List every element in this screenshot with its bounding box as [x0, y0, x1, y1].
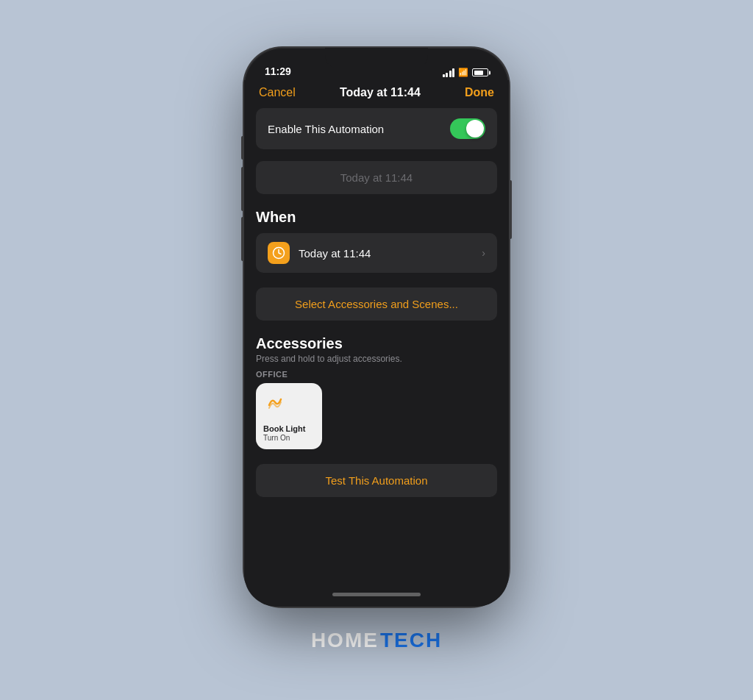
phone-shell: 11:29 📶 Cancel Today at 11:44 Done	[244, 48, 509, 607]
signal-icon	[443, 68, 455, 77]
chevron-right-icon: ›	[482, 247, 485, 259]
done-button[interactable]: Done	[465, 86, 494, 99]
status-icons: 📶	[443, 68, 489, 77]
accessories-title: Accessories	[256, 335, 497, 352]
home-indicator	[244, 582, 509, 607]
accessory-name: Book Light	[263, 424, 305, 434]
home-bar	[332, 593, 421, 596]
wifi-icon: 📶	[458, 68, 468, 77]
when-left: Today at 11:44	[268, 242, 371, 264]
accessory-state: Turn On	[263, 434, 305, 442]
enable-automation-row: Enable This Automation	[256, 108, 497, 149]
notch	[325, 48, 428, 68]
cancel-button[interactable]: Cancel	[259, 86, 296, 99]
test-automation-label: Test This Automation	[326, 474, 428, 487]
when-header: When	[256, 209, 497, 226]
volume-up-button[interactable]	[241, 167, 244, 211]
power-button[interactable]	[509, 180, 512, 239]
brand-home: HOME	[311, 629, 379, 652]
brand-tech: TECH	[380, 629, 442, 652]
when-time-text: Today at 11:44	[299, 247, 371, 260]
accessories-subtitle: Press and hold to adjust accessories.	[256, 354, 497, 364]
brand: HOME TECH	[311, 629, 442, 652]
select-accessories-label: Select Accessories and Scenes...	[295, 298, 458, 310]
accessory-card-book-light[interactable]: Book Light Turn On	[256, 383, 322, 449]
book-light-icon	[263, 390, 287, 414]
date-display-text: Today at 11:44	[340, 171, 413, 184]
battery-icon	[472, 68, 488, 76]
accessories-group-label: OFFICE	[256, 370, 497, 379]
nav-title: Today at 11:44	[340, 86, 421, 99]
screen: Cancel Today at 11:44 Done Enable This A…	[244, 80, 509, 607]
nav-bar: Cancel Today at 11:44 Done	[244, 80, 509, 108]
date-display-row: Today at 11:44	[256, 161, 497, 194]
scene: 11:29 📶 Cancel Today at 11:44 Done	[244, 48, 509, 652]
accessory-info: Book Light Turn On	[263, 424, 305, 442]
clock-icon	[268, 242, 290, 264]
select-accessories-button[interactable]: Select Accessories and Scenes...	[256, 288, 497, 321]
test-automation-button[interactable]: Test This Automation	[256, 464, 497, 497]
enable-automation-label: Enable This Automation	[268, 123, 384, 135]
content-area: Enable This Automation Today at 11:44 Wh…	[244, 108, 509, 582]
when-time-row[interactable]: Today at 11:44 ›	[256, 233, 497, 273]
volume-down-button[interactable]	[241, 217, 244, 261]
toggle-thumb	[466, 120, 484, 138]
status-time: 11:29	[265, 65, 291, 77]
enable-automation-toggle[interactable]	[450, 118, 485, 139]
mute-button[interactable]	[241, 136, 244, 160]
